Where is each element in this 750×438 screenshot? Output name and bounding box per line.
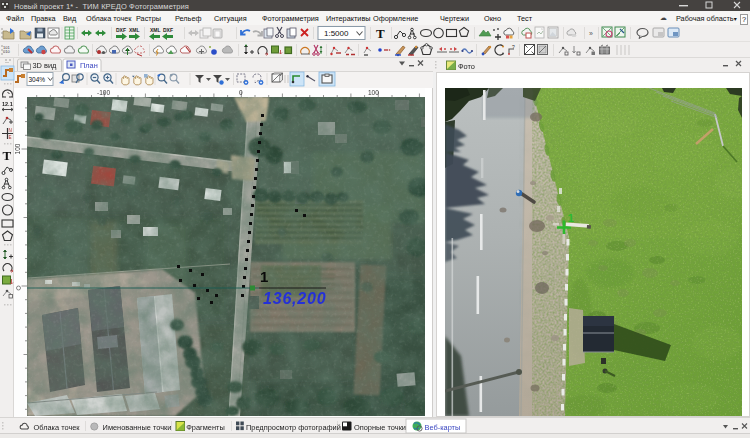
svg-text:304%: 304%	[29, 76, 46, 83]
svg-text:Фото: Фото	[458, 62, 475, 71]
svg-text:N: N	[9, 128, 12, 133]
svg-text:T: T	[376, 26, 385, 41]
svg-text:12.1: 12.1	[2, 101, 13, 107]
svg-text:-100: -100	[97, 89, 110, 96]
svg-text:?: ?	[512, 44, 515, 50]
svg-text:DXF: DXF	[116, 27, 126, 33]
svg-text:0: 0	[239, 89, 243, 96]
svg-text:DXF: DXF	[163, 27, 173, 33]
svg-text:Веб-карты: Веб-карты	[425, 423, 461, 432]
svg-text:Именованные точки: Именованные точки	[103, 423, 172, 432]
svg-text:Облака точек: Облака точек	[34, 423, 81, 432]
svg-text:Предпросмотр фотографий: Предпросмотр фотографий	[246, 423, 341, 432]
svg-text:E: E	[9, 135, 12, 140]
svg-text:План: План	[80, 61, 98, 70]
svg-text:3D вид: 3D вид	[33, 61, 58, 70]
svg-text:T: T	[3, 148, 12, 163]
svg-text:XML: XML	[129, 27, 140, 33]
svg-text:100: 100	[14, 143, 21, 154]
svg-text:100: 100	[368, 89, 379, 96]
svg-text:Опорные точки: Опорные точки	[354, 423, 406, 432]
svg-text:Фрагменты: Фрагменты	[186, 423, 225, 432]
svg-text:XML: XML	[150, 27, 161, 33]
svg-text:»: »	[589, 30, 593, 37]
svg-text:010: 010	[3, 49, 10, 54]
svg-text:1:5000: 1:5000	[324, 29, 349, 38]
